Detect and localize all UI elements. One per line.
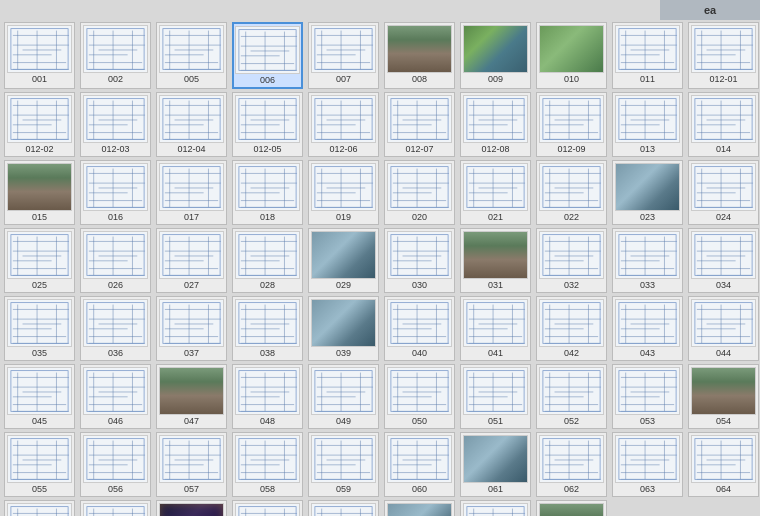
thumbnail-item[interactable]: 038: [232, 296, 303, 361]
thumbnail-item[interactable]: 017: [156, 160, 227, 225]
thumbnail-item[interactable]: 048: [232, 364, 303, 429]
thumbnail-image: [159, 503, 224, 516]
svg-rect-109: [239, 99, 296, 140]
thumbnail-item[interactable]: 015: [4, 160, 75, 225]
thumbnail-label: 015: [32, 211, 47, 223]
thumbnail-item[interactable]: 037: [156, 296, 227, 361]
thumbnail-image: [691, 367, 756, 415]
thumbnail-label: 014: [716, 143, 731, 155]
svg-rect-119: [315, 99, 372, 140]
thumbnail-item[interactable]: 068: [156, 500, 227, 516]
thumbnail-item[interactable]: 029: [308, 228, 379, 293]
thumbnail-item[interactable]: 019: [308, 160, 379, 225]
thumbnail-item[interactable]: 031: [460, 228, 531, 293]
thumbnail-item[interactable]: 070: [308, 500, 379, 516]
thumbnail-item[interactable]: 016: [80, 160, 151, 225]
thumbnail-item[interactable]: 012-08: [460, 92, 531, 157]
thumbnail-item[interactable]: 026: [80, 228, 151, 293]
thumbnail-item[interactable]: 055: [4, 432, 75, 497]
thumbnail-item[interactable]: 046: [80, 364, 151, 429]
thumbnail-item[interactable]: 071: [384, 500, 455, 516]
svg-rect-309: [543, 235, 600, 276]
thumbnail-item[interactable]: 010: [536, 22, 607, 89]
thumbnail-item[interactable]: 063: [612, 432, 683, 497]
thumbnail-item[interactable]: 045: [4, 364, 75, 429]
thumbnail-item[interactable]: 042: [536, 296, 607, 361]
thumbnail-label: 059: [336, 483, 351, 495]
thumbnail-item[interactable]: 025: [4, 228, 75, 293]
thumbnail-item[interactable]: 054: [688, 364, 759, 429]
thumbnail-item[interactable]: 012-03: [80, 92, 151, 157]
thumbnail-item[interactable]: 001: [4, 22, 75, 89]
thumbnail-item[interactable]: 064: [688, 432, 759, 497]
thumbnail-item[interactable]: 069: [232, 500, 303, 516]
thumbnail-item[interactable]: 058: [232, 432, 303, 497]
thumbnail-item[interactable]: 062: [536, 432, 607, 497]
thumbnail-item[interactable]: 043: [612, 296, 683, 361]
thumbnail-item[interactable]: 044: [688, 296, 759, 361]
thumbnail-item[interactable]: 013: [612, 92, 683, 157]
thumbnail-item[interactable]: 061: [460, 432, 531, 497]
thumbnail-item[interactable]: 047: [156, 364, 227, 429]
thumbnail-item[interactable]: 012-01: [688, 22, 759, 89]
thumbnail-item[interactable]: 012-09: [536, 92, 607, 157]
svg-rect-369: [239, 303, 296, 344]
thumbnail-item[interactable]: 032: [536, 228, 607, 293]
thumbnail-item[interactable]: 005: [156, 22, 227, 89]
thumbnail-item[interactable]: 007: [308, 22, 379, 89]
thumbnail-item[interactable]: 051: [460, 364, 531, 429]
thumbnail-item[interactable]: 066: [80, 500, 151, 516]
thumbnail-image: [463, 299, 528, 347]
thumbnail-item[interactable]: 034: [688, 228, 759, 293]
thumbnail-item[interactable]: 012-02: [4, 92, 75, 157]
thumbnail-item[interactable]: 012-07: [384, 92, 455, 157]
thumbnail-item[interactable]: 059: [308, 432, 379, 497]
thumbnail-item[interactable]: 033: [612, 228, 683, 293]
thumbnail-item[interactable]: 011: [612, 22, 683, 89]
thumbnail-image: [539, 503, 604, 516]
thumbnail-image: [235, 367, 300, 415]
thumbnail-item[interactable]: 036: [80, 296, 151, 361]
thumbnail-item[interactable]: 049: [308, 364, 379, 429]
thumbnail-item[interactable]: 024: [688, 160, 759, 225]
svg-rect-539: [239, 439, 296, 480]
thumbnail-item[interactable]: 012-05: [232, 92, 303, 157]
thumbnail-item[interactable]: 035: [4, 296, 75, 361]
svg-rect-619: [239, 507, 296, 516]
thumbnail-label: 017: [184, 211, 199, 223]
thumbnail-item[interactable]: 023: [612, 160, 683, 225]
thumbnail-item[interactable]: 057: [156, 432, 227, 497]
topbar-label: ea: [704, 4, 716, 16]
thumbnail-image: [615, 25, 680, 73]
thumbnail-item[interactable]: 014: [688, 92, 759, 157]
thumbnail-item[interactable]: 006: [232, 22, 303, 89]
thumbnail-item[interactable]: 022: [536, 160, 607, 225]
thumbnail-image: [615, 95, 680, 143]
thumbnail-item[interactable]: 053: [612, 364, 683, 429]
thumbnail-item[interactable]: 030: [384, 228, 455, 293]
thumbnail-item[interactable]: 012-06: [308, 92, 379, 157]
thumbnail-item[interactable]: 056: [80, 432, 151, 497]
thumbnail-item[interactable]: 018: [232, 160, 303, 225]
thumbnail-item[interactable]: 040: [384, 296, 455, 361]
thumbnail-item[interactable]: 074: [536, 500, 607, 516]
thumbnail-item[interactable]: 012-04: [156, 92, 227, 157]
thumbnail-item[interactable]: 020: [384, 160, 455, 225]
thumbnail-item[interactable]: 041: [460, 296, 531, 361]
thumbnail-label: 012-03: [101, 143, 129, 155]
thumbnail-item[interactable]: 021: [460, 160, 531, 225]
thumbnail-item[interactable]: 002: [80, 22, 151, 89]
thumbnail-item[interactable]: 060: [384, 432, 455, 497]
thumbnail-item[interactable]: 009: [460, 22, 531, 89]
thumbnail-image: [311, 435, 376, 483]
thumbnail-item[interactable]: 050: [384, 364, 455, 429]
svg-rect-189: [163, 167, 220, 208]
thumbnail-item[interactable]: 072: [460, 500, 531, 516]
thumbnail-image: [159, 95, 224, 143]
thumbnail-item[interactable]: 008: [384, 22, 455, 89]
thumbnail-item[interactable]: 027: [156, 228, 227, 293]
thumbnail-item[interactable]: 052: [536, 364, 607, 429]
thumbnail-item[interactable]: 039: [308, 296, 379, 361]
thumbnail-item[interactable]: 028: [232, 228, 303, 293]
thumbnail-item[interactable]: 065: [4, 500, 75, 516]
